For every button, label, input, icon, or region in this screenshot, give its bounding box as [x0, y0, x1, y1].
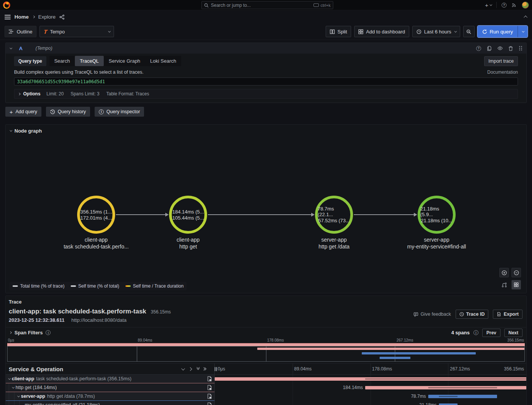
give-feedback-link[interactable]: Give feedback	[413, 312, 451, 317]
breadcrumb-home[interactable]: Home	[14, 14, 29, 20]
hide-query-icon[interactable]	[497, 46, 503, 51]
node-label: server-appmy-entity-service#find-all	[383, 236, 490, 250]
options-chevron-icon	[18, 92, 21, 95]
share-icon[interactable]	[59, 14, 65, 20]
span-row-find-all[interactable]: my-entity-service#find-all (21.18ms) 21.…	[6, 401, 526, 405]
span-collapse-icon[interactable]	[17, 394, 20, 397]
graph-node-client-httpget[interactable]: 184.14ms (5...105.44ms (5...	[169, 196, 207, 234]
minimap-viewport[interactable]	[7, 346, 525, 362]
query-row-header[interactable]: A (Tempo) ?	[6, 43, 526, 54]
trace-minimap[interactable]: 0μs 89.04ms 178.08ms 267.12ms 356.15ms	[7, 338, 525, 362]
run-query-group: Run query	[478, 26, 528, 37]
span-filters-chevron-icon[interactable]	[9, 331, 12, 334]
span-logs-icon[interactable]	[207, 402, 212, 405]
span-filters-info-icon[interactable]: i	[46, 330, 51, 335]
node-graph-panel: Node graph 356.15ms (1...172.01ms (4... …	[5, 124, 527, 293]
span-row-http-get[interactable]: http get (184.14ms) 184.14ms	[6, 383, 526, 392]
help-icon[interactable]: ?	[502, 3, 507, 8]
time-range-picker[interactable]: Last 6 hours	[412, 26, 460, 37]
collapse-all-icon[interactable]	[196, 368, 199, 370]
minimap-span-bar	[362, 352, 476, 354]
collapse-query-icon[interactable]	[10, 46, 12, 49]
span-collapse-icon[interactable]	[12, 386, 14, 388]
edge-1	[116, 214, 165, 215]
documentation-link[interactable]: Documentation	[487, 70, 518, 75]
span-bar[interactable]	[215, 377, 526, 381]
graph-layout-grid-button[interactable]	[511, 280, 521, 290]
tab-search[interactable]: Search	[49, 56, 75, 66]
plus-icon: +	[10, 109, 13, 115]
trace-id-button[interactable]: Trace ID	[456, 310, 489, 319]
graph-zoom-out-button[interactable]	[511, 268, 521, 277]
edge-3	[354, 214, 414, 215]
query-history-button[interactable]: Query history	[46, 107, 90, 117]
zoom-out-button[interactable]	[463, 26, 475, 37]
duplicate-query-icon[interactable]	[487, 46, 492, 51]
trace-section-label: Trace	[6, 296, 526, 305]
graph-zoom-in-button[interactable]	[499, 268, 509, 277]
span-filters-label[interactable]: Span Filters	[14, 330, 43, 335]
query-editor-row: A (Tempo) ? Query type	[5, 43, 527, 103]
export-button[interactable]: Export	[493, 310, 522, 319]
minimap-overview	[7, 343, 525, 346]
graph-layout-hierarchy-button[interactable]	[499, 280, 509, 290]
query-type-label: Query type	[14, 56, 46, 66]
edge-2	[208, 214, 311, 215]
delete-query-icon[interactable]	[508, 46, 513, 51]
drag-handle-icon[interactable]	[519, 46, 522, 51]
grafana-logo[interactable]	[3, 2, 10, 9]
span-collapse-icon[interactable]	[8, 377, 11, 380]
outline-icon	[9, 29, 14, 34]
menu-toggle-icon[interactable]	[5, 15, 11, 19]
graph-node-server-httpget[interactable]: 78.7ms (22.1...57.52ms (73...	[315, 196, 353, 234]
add-query-button[interactable]: + Add query	[5, 107, 41, 117]
collapse-one-icon[interactable]	[181, 367, 185, 370]
search-input[interactable]: Search or jump to... ctrl+k	[201, 1, 333, 9]
run-query-dropdown[interactable]	[518, 26, 527, 37]
span-row-server-httpget[interactable]: server-app http get /data (78.7ms) 78.7m…	[6, 392, 526, 401]
graph-node-server-findall[interactable]: 21.18ms (5.9...21.18ms (10...	[418, 196, 456, 234]
news-icon[interactable]	[511, 2, 517, 8]
span-logs-icon[interactable]	[207, 385, 212, 390]
span-filters-row: Span Filters i 4 spans i Prev Next	[6, 327, 526, 338]
add-to-dashboard-button[interactable]: Add to dashboard	[354, 26, 409, 37]
spans-table-header: Service & Operation 0μs 89.04ms 178.08ms…	[6, 363, 526, 375]
user-avatar[interactable]	[522, 2, 529, 9]
column-resize-handle[interactable]	[215, 367, 217, 371]
span-bar[interactable]	[365, 386, 526, 389]
query-options-row[interactable]: Options Limit: 20 Spans Limit: 3 Table F…	[14, 89, 518, 99]
expand-all-icon[interactable]	[204, 368, 206, 370]
run-query-button[interactable]: Run query	[478, 26, 518, 37]
expand-one-icon[interactable]	[188, 367, 192, 371]
tab-loki-search[interactable]: Loki Search	[145, 56, 181, 66]
new-menu-button[interactable]: +	[485, 2, 491, 8]
query-help-icon[interactable]: ?	[476, 46, 481, 51]
datasource-picker[interactable]: T Tempo	[40, 26, 114, 37]
span-logs-icon[interactable]	[207, 376, 212, 381]
span-bar[interactable]	[428, 395, 497, 398]
span-bar[interactable]	[439, 403, 458, 405]
node-graph-header[interactable]: Node graph	[6, 125, 526, 137]
kiosk-toggle-icon[interactable]	[524, 16, 527, 19]
breadcrumb-explore[interactable]: Explore	[38, 14, 56, 20]
next-span-button[interactable]: Next	[504, 329, 522, 337]
minimap-span-bar	[7, 343, 525, 346]
sync-icon	[482, 29, 487, 34]
prev-span-button[interactable]: Prev	[482, 329, 500, 337]
minimap-span-bar	[257, 348, 524, 350]
tab-traceql[interactable]: TraceQL	[75, 56, 104, 66]
import-trace-button[interactable]: Import trace	[484, 56, 518, 66]
split-button[interactable]: Split	[326, 26, 351, 37]
span-row-client-task[interactable]: client-app task scheduled-task.perform-t…	[6, 375, 526, 383]
clock-icon	[416, 29, 421, 34]
tempo-logo-icon: T	[43, 28, 48, 35]
trace-duration: 356.15ms	[151, 309, 171, 315]
legend-gradient-icon	[125, 285, 131, 287]
tab-service-graph[interactable]: Service Graph	[104, 56, 145, 66]
traceql-query-input[interactable]: 33a6d706651d55c9390e97e11a06d5d1	[14, 78, 518, 85]
graph-node-client-task[interactable]: 356.15ms (1...172.01ms (4...	[77, 196, 115, 234]
span-logs-icon[interactable]	[207, 394, 212, 399]
query-inspector-button[interactable]: i Query inspector	[95, 107, 144, 117]
span-count-info-icon[interactable]: i	[473, 330, 478, 335]
outline-button[interactable]: Outline	[5, 26, 36, 37]
